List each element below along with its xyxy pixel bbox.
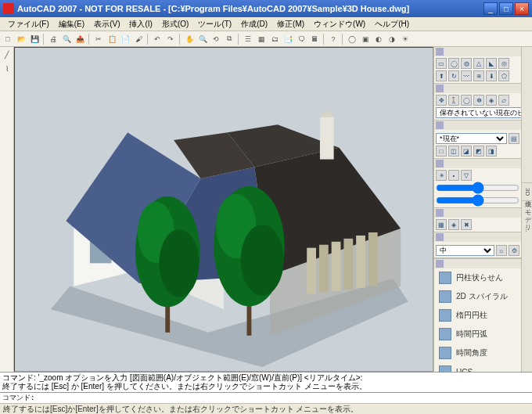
properties-icon[interactable]: ☰ <box>242 33 254 45</box>
revolve-icon[interactable]: ↻ <box>448 70 459 81</box>
orbit-icon[interactable]: ◯ <box>346 33 358 45</box>
copy-icon[interactable]: 📋 <box>106 33 118 45</box>
command-input[interactable] <box>38 394 530 402</box>
vs-conc-icon[interactable]: ◨ <box>486 146 497 157</box>
cut-icon[interactable]: ✂ <box>92 33 105 45</box>
palette-item-ucs[interactable]: UCS <box>434 362 521 372</box>
box-icon[interactable]: ▭ <box>436 58 447 69</box>
para-icon[interactable]: ▱ <box>498 95 509 106</box>
wedge-icon[interactable]: ◣ <box>486 58 497 69</box>
menu-view[interactable]: 表示(V) <box>89 17 124 31</box>
publish-icon[interactable]: 📤 <box>74 33 86 45</box>
print-icon[interactable]: 🖨 <box>47 33 59 45</box>
menu-format[interactable]: 形式(O) <box>157 17 193 31</box>
vs-3dh-icon[interactable]: ◪ <box>461 146 472 157</box>
swheel-icon[interactable]: ☸ <box>473 95 484 106</box>
undo-icon[interactable]: ↶ <box>151 33 164 45</box>
matrm-icon[interactable]: ✖ <box>461 219 472 230</box>
calc-icon[interactable]: 🖩 <box>308 33 321 45</box>
vs-real-icon[interactable]: ◩ <box>473 146 484 157</box>
menu-edit[interactable]: 編集(E) <box>54 17 89 31</box>
light-panel: ☀ • ▽ <box>434 159 521 208</box>
help-icon[interactable]: ? <box>327 33 340 45</box>
zoom-rt-icon[interactable]: 🔍 <box>196 33 209 45</box>
vs-panel: *現在* ▤ □ ◫ ◪ ◩ ◨ <box>434 121 521 159</box>
chevron-icon[interactable] <box>436 160 444 167</box>
maximize-button[interactable]: □ <box>499 2 513 15</box>
torus-icon[interactable]: ◎ <box>498 58 509 69</box>
renderbtn-icon[interactable]: ☼ <box>496 245 507 256</box>
minimize-button[interactable]: _ <box>483 2 498 15</box>
preview-icon[interactable]: 🔍 <box>60 33 73 45</box>
chevron-icon[interactable] <box>436 121 444 129</box>
point-icon[interactable]: • <box>448 170 459 181</box>
viewport[interactable] <box>14 47 433 372</box>
shade-icon[interactable]: ◑ <box>386 33 398 45</box>
persp-icon[interactable]: ◈ <box>486 95 497 106</box>
chevron-icon[interactable] <box>436 209 444 217</box>
cone-icon[interactable]: △ <box>473 58 484 69</box>
menu-help[interactable]: ヘルプ(H) <box>370 17 414 31</box>
vs-2dw-icon[interactable]: □ <box>436 146 447 157</box>
saved-view-select[interactable]: 保存されていない現在のビュー <box>436 107 521 118</box>
palette-item-spiral[interactable]: 2D スパイラル <box>434 287 521 306</box>
menu-window[interactable]: ウィンドウ(W) <box>309 17 370 31</box>
sweep-icon[interactable]: 〰 <box>461 70 472 81</box>
vsm-icon[interactable]: ▤ <box>509 133 519 144</box>
loft-icon[interactable]: ≋ <box>473 70 484 81</box>
pline-icon[interactable]: ⌇ <box>1 63 13 75</box>
light-slider[interactable] <box>436 182 519 193</box>
spot-icon[interactable]: ▽ <box>461 170 472 181</box>
extrude-icon[interactable]: ⬆ <box>436 70 447 81</box>
ssm-icon[interactable]: 📑 <box>282 33 294 45</box>
close-button[interactable]: × <box>515 2 529 15</box>
zoom-prev-icon[interactable]: ⟲ <box>210 33 222 45</box>
markup-icon[interactable]: 🗨 <box>295 33 307 45</box>
walk-icon[interactable]: 🚶 <box>448 95 459 106</box>
zoom-win-icon[interactable]: ⧉ <box>223 33 235 45</box>
light-slider2[interactable] <box>436 195 519 206</box>
orbit2-icon[interactable]: ◯ <box>461 95 472 106</box>
menu-modify[interactable]: 修正(M) <box>272 17 309 31</box>
open-icon[interactable]: 📂 <box>15 33 27 45</box>
matlib-icon[interactable]: ▦ <box>436 219 447 230</box>
view-icon[interactable]: ▣ <box>359 33 372 45</box>
tab-modeling[interactable]: モデリ... <box>522 200 532 237</box>
chevron-icon[interactable] <box>436 233 444 241</box>
menu-insert[interactable]: 挿入(I) <box>124 17 156 31</box>
palette-item-arct[interactable]: 時間円弧 <box>434 325 521 344</box>
redo-icon[interactable]: ↷ <box>164 33 177 45</box>
renderset-icon[interactable]: ⚙ <box>509 245 519 256</box>
palette-item-ellcyl[interactable]: 楕円円柱 <box>434 306 521 325</box>
dc-icon[interactable]: ▦ <box>255 33 268 45</box>
matatt-icon[interactable]: ◈ <box>448 219 459 230</box>
new-icon[interactable]: □ <box>2 33 14 45</box>
toolpal-icon[interactable]: 🗂 <box>268 33 281 45</box>
save-icon[interactable]: 💾 <box>28 33 41 45</box>
menu-tools[interactable]: ツール(T) <box>193 17 236 31</box>
press-icon[interactable]: ⬇ <box>486 70 497 81</box>
sphere-icon[interactable]: ◯ <box>448 58 459 69</box>
chevron-icon[interactable] <box>436 85 444 92</box>
palette-item-helix[interactable]: 円柱状らせん <box>434 268 521 287</box>
line-icon[interactable]: ╱ <box>1 49 13 61</box>
sun-icon[interactable]: ☀ <box>436 170 447 181</box>
pan-icon[interactable]: ✋ <box>183 33 196 45</box>
render-preset-select[interactable]: 中 <box>436 245 494 256</box>
render-icon[interactable]: ☀ <box>399 33 412 45</box>
tab-3dcreate[interactable]: 3D作成 <box>522 182 532 200</box>
nav-icon[interactable]: ✥ <box>436 95 447 106</box>
menu-file[interactable]: ファイル(F) <box>3 17 54 31</box>
paste-icon[interactable]: 📄 <box>119 33 131 45</box>
menu-draw[interactable]: 作成(D) <box>236 17 272 31</box>
palette-item-angt[interactable]: 時間角度 <box>434 344 521 362</box>
cyl-icon[interactable]: ◍ <box>461 58 472 69</box>
matchprop-icon[interactable]: 🖌 <box>132 33 145 45</box>
vs-3dw-icon[interactable]: ◫ <box>448 146 459 157</box>
vs-icon[interactable]: ◐ <box>372 33 385 45</box>
chevron-icon[interactable] <box>436 260 444 268</box>
poly-icon[interactable]: ⬠ <box>498 70 509 81</box>
chevron-icon[interactable] <box>436 48 444 56</box>
spiral-icon <box>439 290 451 303</box>
visual-style-select[interactable]: *現在* <box>436 133 507 144</box>
